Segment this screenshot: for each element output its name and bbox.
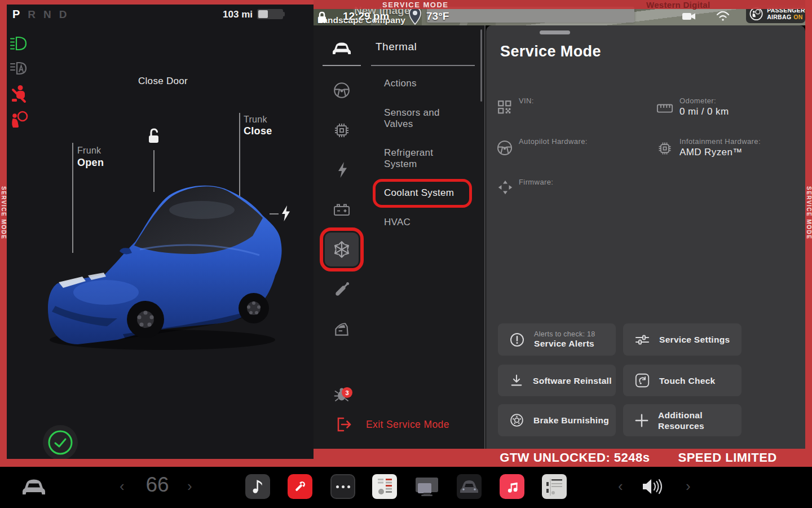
frunk-state[interactable]: Open [77,157,104,169]
infotainment-hw-value: AMD Ryzen™ [679,147,761,158]
dock-recent-app-media[interactable] [245,474,270,499]
airbag-badge-state: ON [793,14,802,20]
software-reinstall-button[interactable]: Software Reinstall [498,365,616,396]
speaker-icon [639,476,667,497]
menu-item-hvac[interactable]: HVAC [384,217,455,228]
airbag-badge-line2: AIRBAG [767,14,791,20]
rail-tab-low-voltage[interactable] [333,202,351,218]
check-confirm-button[interactable] [43,425,78,460]
additional-resources-label: Additional Resources [658,410,720,431]
battery-12v-icon [333,202,351,218]
dock-release-notes-app[interactable] [372,474,397,499]
menu-underline [371,65,475,66]
rail-tab-autopilot[interactable] [333,81,351,99]
temp-decrease-chevron[interactable]: ‹ [120,478,125,495]
panel-divider [484,25,486,449]
seatbelt-warning-icon [10,85,28,106]
tesla-service-screen: PRND 103 mi Close Door Frunk Open [0,0,812,508]
chargeport-bolt-icon[interactable] [281,205,291,224]
steering-wheel-icon [333,81,351,99]
rail-tab-closures[interactable] [333,321,351,338]
cabin-temperature[interactable]: 66 [140,473,174,497]
infotainment-hw-label: Infotainment Hardware: [679,137,761,146]
temp-increase-chevron[interactable]: › [187,478,192,495]
rail-tab-computer[interactable] [333,121,351,139]
dock-app-drawer-button[interactable] [330,474,355,499]
exit-service-mode-button[interactable]: Exit Service Mode [336,416,449,433]
vehicle-photo-icon [459,478,479,495]
chip-icon [333,121,351,139]
check-icon [47,430,73,456]
alert-circle-icon [509,332,525,348]
menu-item-sensors-valves[interactable]: Sensors and Valves [384,107,455,130]
issues-count-badge: 3 [342,387,352,398]
trunk-state[interactable]: Close [244,125,272,137]
additional-resources-button[interactable]: Additional Resources [623,404,742,436]
dock-display-app[interactable] [414,474,439,499]
odometer-label: Odometer: [679,97,729,105]
service-frame-right-label: SERVICE MODE [806,186,812,240]
autopilot-hw-icon [496,139,513,159]
touch-check-label: Touch Check [659,375,715,386]
firmware-label: Firmware: [519,178,553,186]
menu-item-actions[interactable]: Actions [384,78,455,89]
trunk-label: Trunk [244,115,267,125]
volume-button[interactable] [639,476,667,499]
dock-apple-music-app[interactable] [500,474,524,499]
gtw-unlocked-text: GTW UNLOCKED: 5248s [500,450,650,465]
infotainment-hw-icon [657,141,673,159]
menu-scrollbar[interactable] [480,29,482,102]
gear-d[interactable]: D [59,8,67,20]
volume-up-chevron[interactable]: › [686,478,691,495]
brake-burnishing-button[interactable]: Brake Burnishing [498,404,616,436]
panel-handle[interactable] [540,30,570,34]
odometer-value: 0 mi / 0 km [679,106,729,117]
rail-tab-thermal[interactable] [325,233,359,266]
menu-section-title: Thermal [376,41,417,53]
headlight-auto-icon [9,60,28,79]
lock-status-icon[interactable] [316,11,328,26]
brake-disc-icon [509,413,524,428]
clock: 12:29 pm [343,10,389,23]
service-settings-label: Service Settings [659,334,730,345]
unlocked-icon[interactable] [145,128,161,148]
vin-label: VIN: [519,97,534,105]
dock-vehicle-photo-app[interactable] [457,474,482,499]
frunk-label: Frunk [77,146,101,156]
touch-check-button[interactable]: Touch Check [623,365,742,396]
range-readout: 103 mi [223,9,253,20]
volume-down-chevron[interactable]: ‹ [618,478,623,495]
thermal-annotation-ring [320,227,364,271]
service-frame-left: SERVICE MODE [0,0,7,467]
monitor-icon [414,475,439,498]
rail-tab-vehicle[interactable] [332,41,352,56]
rail-tab-issues[interactable]: 3 [334,386,351,403]
gear-r[interactable]: R [28,8,36,20]
service-panel-title: Service Mode [500,43,601,60]
more-apps-icon [336,485,339,488]
dock-car-icon [21,478,47,496]
gear-p[interactable]: P [12,8,20,20]
beamed-note-icon [505,480,519,493]
rail-tab-suspension[interactable] [333,281,350,297]
software-reinstall-label: Software Reinstall [533,375,612,386]
music-note-icon [251,479,264,494]
dock-toybox-app[interactable] [542,474,567,499]
door-status-text[interactable]: Close Door [100,76,226,87]
battery-icon [257,9,283,19]
gear-n[interactable]: N [43,8,51,20]
dock-service-app[interactable] [288,474,312,499]
rail-tab-high-voltage[interactable] [335,161,350,179]
dock-car-controls-button[interactable] [21,478,47,498]
battery-nub [283,12,285,16]
service-alerts-button[interactable]: Alerts to check: 18 Service Alerts [498,323,616,356]
brake-burnishing-label: Brake Burnishing [533,415,609,426]
vin-icon [497,100,512,117]
menu-item-refrigerant-system[interactable]: Refrigerant System [384,147,455,170]
touch-check-icon [634,373,650,388]
service-frame-bottom-left [7,459,314,467]
menu-item-coolant-system[interactable]: Coolant System [384,187,454,199]
service-settings-button[interactable]: Service Settings [623,323,742,356]
airbag-warning-icon [10,111,29,132]
gear-selector[interactable]: PRND [12,8,75,21]
